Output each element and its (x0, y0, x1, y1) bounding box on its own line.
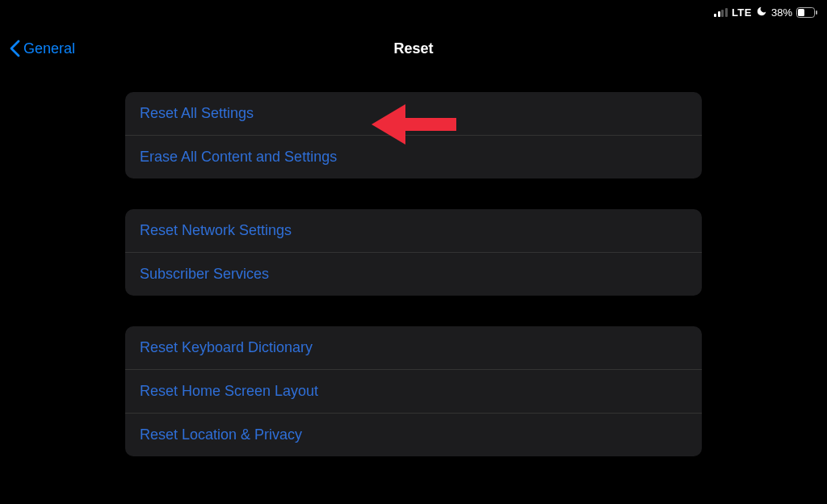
row-label: Reset Home Screen Layout (140, 383, 318, 399)
row-label: Subscriber Services (140, 266, 269, 282)
navigation-header: General Reset (0, 32, 827, 65)
settings-content: Reset All Settings Erase All Content and… (125, 92, 702, 487)
settings-group-1: Reset All Settings Erase All Content and… (125, 92, 702, 178)
network-type-label: LTE (732, 6, 752, 19)
reset-location-privacy[interactable]: Reset Location & Privacy (125, 414, 702, 456)
battery-icon (796, 7, 817, 18)
row-label: Reset Keyboard Dictionary (140, 339, 313, 355)
settings-group-2: Reset Network Settings Subscriber Servic… (125, 209, 702, 296)
reset-network-settings[interactable]: Reset Network Settings (125, 209, 702, 253)
battery-percent-label: 38% (771, 6, 792, 19)
erase-all-content[interactable]: Erase All Content and Settings (125, 136, 702, 178)
subscriber-services[interactable]: Subscriber Services (125, 253, 702, 296)
row-label: Reset Network Settings (140, 222, 292, 238)
page-title: Reset (393, 40, 433, 57)
reset-home-screen-layout[interactable]: Reset Home Screen Layout (125, 370, 702, 414)
svg-rect-1 (798, 9, 804, 16)
cellular-signal-icon (714, 8, 728, 17)
settings-group-3: Reset Keyboard Dictionary Reset Home Scr… (125, 326, 702, 456)
reset-keyboard-dictionary[interactable]: Reset Keyboard Dictionary (125, 326, 702, 370)
row-label: Reset Location & Privacy (140, 426, 302, 443)
svg-rect-2 (816, 10, 817, 15)
row-label: Reset All Settings (140, 105, 254, 121)
do-not-disturb-moon-icon (756, 6, 767, 19)
row-label: Erase All Content and Settings (140, 149, 337, 165)
status-bar: LTE 38% (714, 6, 817, 19)
back-button-label: General (23, 40, 75, 57)
back-button[interactable]: General (10, 40, 75, 57)
chevron-left-icon (10, 40, 20, 57)
reset-all-settings[interactable]: Reset All Settings (125, 92, 702, 136)
